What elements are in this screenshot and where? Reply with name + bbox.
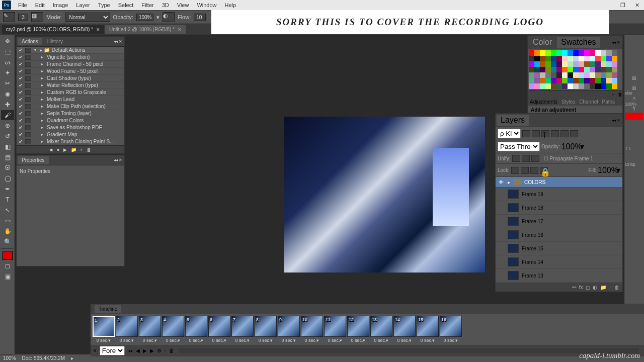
doc-tab-1[interactable]: cry2.psd @ 100% (COLORS, RGB/8) * ✕ (2, 25, 104, 34)
link-icon[interactable]: ⚯ (572, 285, 576, 290)
stamp-tool[interactable]: ⊕ (1, 121, 14, 131)
action-item[interactable]: ✔▸Mixer Brush Cloning Paint S... (17, 138, 124, 145)
propagate-label[interactable]: Propagate Frame 1 (550, 156, 593, 161)
swatch[interactable] (601, 78, 606, 83)
wand-tool[interactable]: ✦ (1, 68, 14, 78)
fill-field[interactable]: 100% (598, 166, 615, 175)
timeline-menu-icon[interactable]: ≡ (94, 348, 97, 353)
filter-pixel-icon[interactable] (522, 130, 530, 137)
swatch[interactable] (540, 72, 545, 78)
adjustments-tab[interactable]: Adjustments (530, 99, 557, 105)
doc-tab-2[interactable]: Untitled-2 @ 100% (RGB/8) * ✕ (105, 25, 186, 34)
swatch[interactable] (590, 72, 595, 78)
timeline-frame[interactable]: 50 sec.▾ (185, 316, 207, 343)
action-item[interactable]: ✔▸Save as Photoshop PDF (17, 124, 124, 131)
swatch[interactable] (562, 61, 568, 67)
swatch[interactable] (540, 61, 545, 67)
swatch[interactable] (601, 72, 606, 78)
timeline-tab[interactable]: Timeline (95, 305, 121, 313)
timeline-frame[interactable]: 160 sec.▾ (440, 316, 462, 343)
tween-icon[interactable]: ⚙ (157, 348, 162, 353)
swatch[interactable] (534, 83, 540, 89)
type-tool[interactable]: T (1, 195, 14, 205)
timeline-frame[interactable]: 20 sec.▾ (116, 316, 138, 343)
styles-tab[interactable]: Styles (561, 99, 575, 105)
brush-panel-icon[interactable]: ▦ (31, 12, 43, 22)
action-item[interactable]: ✔▸Molten Lead (17, 96, 124, 103)
swatch[interactable] (606, 72, 612, 78)
timeline-frame[interactable]: 130 sec.▾ (370, 316, 392, 343)
swatch[interactable] (556, 50, 562, 56)
marquee-tool[interactable]: ⬚ (1, 47, 14, 57)
swatch[interactable] (573, 61, 579, 67)
swatch[interactable] (529, 56, 534, 61)
swatch[interactable] (584, 83, 590, 89)
swatch[interactable] (534, 72, 540, 78)
swatch[interactable] (568, 72, 573, 78)
action-item[interactable]: ✔▸Make Clip Path (selection) (17, 103, 124, 110)
new-frame-icon[interactable]: ▫ (165, 348, 167, 353)
timeline-frame[interactable]: 90 sec.▾ (278, 316, 300, 343)
swatch[interactable] (606, 61, 612, 67)
swatch[interactable] (540, 67, 545, 72)
timeline-frame[interactable]: 40 sec.▾ (162, 316, 184, 343)
swatch[interactable] (568, 61, 573, 67)
timeline-frame[interactable]: 150 sec.▾ (417, 316, 439, 343)
timeline-frame[interactable]: 10 sec.▾ (93, 316, 115, 343)
actions-tab[interactable]: Actions (18, 38, 42, 45)
fx-icon[interactable]: fx (579, 285, 583, 290)
new-action-icon[interactable]: ▫ (80, 147, 82, 152)
swatch[interactable] (573, 78, 579, 83)
filter-shape-icon[interactable] (551, 130, 559, 137)
gradient-tool[interactable]: ▤ (1, 152, 14, 162)
layer-row[interactable]: Frame 13 (496, 269, 622, 283)
brush-size-field[interactable]: 3 (18, 14, 28, 21)
swatch[interactable] (562, 78, 568, 83)
adjustment-icon[interactable]: ◐ (593, 285, 597, 290)
timeline-frame[interactable]: 110 sec.▾ (324, 316, 346, 343)
swatch[interactable] (556, 83, 562, 89)
swatch[interactable] (590, 61, 595, 67)
trash-icon[interactable]: 🗑 (87, 147, 91, 152)
menu-image[interactable]: Image (49, 2, 72, 8)
swatch[interactable] (579, 61, 584, 67)
swatch[interactable] (590, 56, 595, 61)
swatch[interactable] (584, 56, 590, 61)
filter-kind-select[interactable]: ρ Kind (498, 129, 521, 138)
collapse-icon[interactable]: ◂◂ (114, 39, 118, 44)
swatch[interactable] (584, 50, 590, 56)
swatch[interactable] (551, 78, 556, 83)
swatch[interactable] (534, 56, 540, 61)
actions-folder[interactable]: ✔▾▸ 📁 Default Actions (17, 47, 124, 54)
swatch[interactable] (612, 61, 617, 67)
lock-trans-icon[interactable] (511, 167, 519, 174)
swatch[interactable] (568, 67, 573, 72)
swatch[interactable] (595, 56, 601, 61)
swatch[interactable] (601, 83, 606, 89)
swatch[interactable] (568, 56, 573, 61)
filter-toggle-icon[interactable] (570, 130, 578, 137)
timeline-frame[interactable]: 70 sec.▾ (231, 316, 254, 343)
action-item[interactable]: ✔▸Water Reflection (type) (17, 82, 124, 89)
filter-smart-icon[interactable] (560, 130, 569, 137)
action-item[interactable]: ✔▸Custom RGB to Grayscale (17, 89, 124, 96)
action-item[interactable]: ✔▸Frame Channel - 50 pixel (17, 61, 124, 68)
layer-row[interactable]: 👁▸COLORS (496, 177, 622, 188)
swatch[interactable] (556, 61, 562, 67)
action-item[interactable]: ✔▸Vignette (selection) (17, 54, 124, 61)
swatch[interactable] (545, 67, 551, 72)
swatch[interactable] (534, 78, 540, 83)
screenmode-icon[interactable]: ▣ (1, 272, 14, 282)
swatch[interactable] (595, 72, 601, 78)
swatch[interactable] (534, 67, 540, 72)
swatch[interactable] (551, 50, 556, 56)
swatch[interactable] (573, 50, 579, 56)
timeline-frame[interactable]: 30 sec.▾ (139, 316, 161, 343)
group-icon[interactable]: 📁 (600, 285, 606, 290)
unify-style-icon[interactable] (531, 155, 539, 162)
stop-icon[interactable]: ■ (50, 147, 52, 152)
timeline-frame[interactable]: 60 sec.▾ (208, 316, 230, 343)
swatch[interactable] (556, 78, 562, 83)
close-icon[interactable]: ✕ (617, 40, 620, 45)
swatch[interactable] (612, 50, 617, 56)
